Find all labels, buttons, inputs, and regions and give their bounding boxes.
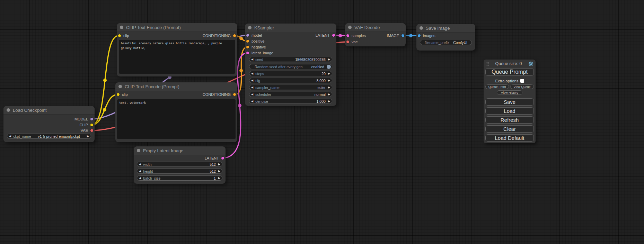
decrement-arrow-icon[interactable]: ◀ xyxy=(251,86,253,89)
batch-size-widget[interactable]: ◀ batch_size 1 ▶ xyxy=(137,175,222,181)
decrement-arrow-icon[interactable]: ◀ xyxy=(139,170,141,173)
link-midpoint-dot[interactable] xyxy=(239,69,243,72)
node-empty-latent-image[interactable]: Empty Latent Image LATENT ◀ width 512 ▶ … xyxy=(134,146,226,184)
output-slot-conditioning[interactable]: CONDITIONING xyxy=(203,92,237,97)
scheduler-widget[interactable]: ◀ scheduler normal ▶ xyxy=(249,92,332,97)
toggle-knob-icon[interactable] xyxy=(327,65,331,69)
input-slot-samples[interactable]: samples xyxy=(345,33,366,38)
collapse-dot-icon[interactable] xyxy=(137,149,140,152)
input-slot-model[interactable]: model xyxy=(245,33,262,38)
increment-arrow-icon[interactable]: ▶ xyxy=(218,163,220,166)
conditioning-port-icon[interactable] xyxy=(233,34,236,37)
increment-arrow-icon[interactable]: ▶ xyxy=(87,135,89,138)
clip-port-icon[interactable] xyxy=(118,34,121,37)
node-header[interactable]: KSampler xyxy=(245,24,336,32)
width-widget[interactable]: ◀ width 512 ▶ xyxy=(137,162,222,167)
ckpt-name-widget[interactable]: ◀ ckpt_name v1-5-pruned-emaonly.ckpt ▶ xyxy=(7,134,91,139)
load-button[interactable]: Load xyxy=(485,107,534,115)
latent-port-icon[interactable] xyxy=(246,51,249,55)
refresh-button[interactable]: Refresh xyxy=(485,116,534,124)
input-slot-images[interactable]: images xyxy=(416,33,435,38)
extra-options-checkbox[interactable] xyxy=(520,79,524,83)
steps-widget[interactable]: ◀ steps 20 ▶ xyxy=(249,71,332,76)
input-slot-clip[interactable]: clip xyxy=(115,92,128,97)
node-header[interactable]: CLIP Text Encode (Prompt) xyxy=(117,23,237,32)
node-clip-text-encode-negative[interactable]: CLIP Text Encode (Prompt) clip CONDITION… xyxy=(115,82,237,142)
latent-port-icon[interactable] xyxy=(332,34,335,37)
collapse-dot-icon[interactable] xyxy=(420,26,423,30)
save-button[interactable]: Save xyxy=(485,98,534,106)
denoise-widget[interactable]: ◀ denoise 1.000 ▶ xyxy=(249,99,332,104)
latent-port-icon[interactable] xyxy=(346,34,350,37)
conditioning-port-icon[interactable] xyxy=(246,39,249,43)
increment-arrow-icon[interactable]: ▶ xyxy=(328,93,330,96)
node-clip-text-encode-positive[interactable]: CLIP Text Encode (Prompt) clip CONDITION… xyxy=(117,23,237,76)
input-slot-clip[interactable]: clip xyxy=(117,33,129,38)
increment-arrow-icon[interactable]: ▶ xyxy=(328,58,330,61)
vae-port-icon[interactable] xyxy=(346,40,350,44)
input-slot-vae[interactable]: vae xyxy=(345,39,358,45)
node-header[interactable]: CLIP Text Encode (Prompt) xyxy=(115,82,237,91)
cfg-widget[interactable]: ◀ cfg 8.000 ▶ xyxy=(249,78,332,83)
collapse-dot-icon[interactable] xyxy=(248,26,252,29)
link-midpoint-dot[interactable] xyxy=(103,79,107,82)
conditioning-port-icon[interactable] xyxy=(233,93,236,96)
height-widget[interactable]: ◀ height 512 ▶ xyxy=(137,169,222,174)
output-slot-conditioning[interactable]: CONDITIONING xyxy=(203,33,237,38)
model-port-icon[interactable] xyxy=(246,34,249,37)
view-queue-button[interactable]: View Queue xyxy=(510,84,534,89)
random-seed-toggle-widget[interactable]: Random seed after every gen enabled xyxy=(249,64,332,69)
prompt-textarea[interactable]: text, watermark xyxy=(117,99,236,139)
decrement-arrow-icon[interactable]: ◀ xyxy=(251,58,253,61)
increment-arrow-icon[interactable]: ▶ xyxy=(328,72,330,75)
view-history-button[interactable]: View History xyxy=(497,90,522,95)
decrement-arrow-icon[interactable]: ◀ xyxy=(139,163,141,166)
model-port-icon[interactable] xyxy=(90,117,94,121)
output-slot-vae[interactable]: VAE xyxy=(81,128,95,133)
clear-button[interactable]: Clear xyxy=(485,125,534,133)
load-default-button[interactable]: Load Default xyxy=(485,134,534,142)
clip-port-icon[interactable] xyxy=(90,123,94,127)
node-header[interactable]: Save Image xyxy=(416,24,475,33)
output-slot-model[interactable]: MODEL xyxy=(74,116,95,122)
node-save-image[interactable]: Save Image images filename_prefix ComfyU… xyxy=(416,24,475,51)
image-port-icon[interactable] xyxy=(417,34,421,37)
seed-widget[interactable]: ◀ seed 156680208700286 ▶ xyxy=(249,57,332,62)
conditioning-port-icon[interactable] xyxy=(246,45,249,49)
link-midpoint-dot[interactable] xyxy=(409,34,413,37)
clip-port-icon[interactable] xyxy=(116,93,120,96)
decrement-arrow-icon[interactable]: ◀ xyxy=(9,135,11,138)
node-graph-canvas[interactable]: Load Checkpoint MODEL CLIP VAE ◀ ckpt_na… xyxy=(0,0,644,244)
sampler-name-widget[interactable]: ◀ sampler_name euler ▶ xyxy=(249,85,332,90)
decrement-arrow-icon[interactable]: ◀ xyxy=(251,100,253,103)
input-slot-negative[interactable]: negative xyxy=(245,44,266,50)
collapse-dot-icon[interactable] xyxy=(118,85,122,88)
increment-arrow-icon[interactable]: ▶ xyxy=(218,177,220,180)
increment-arrow-icon[interactable]: ▶ xyxy=(328,86,330,89)
decrement-arrow-icon[interactable]: ◀ xyxy=(139,177,141,180)
node-load-checkpoint[interactable]: Load Checkpoint MODEL CLIP VAE ◀ ckpt_na… xyxy=(3,106,95,142)
queue-prompt-button[interactable]: Queue Prompt xyxy=(485,68,534,76)
image-port-icon[interactable] xyxy=(401,34,405,37)
node-header[interactable]: Load Checkpoint xyxy=(3,106,95,115)
node-header[interactable]: Empty Latent Image xyxy=(134,146,226,155)
increment-arrow-icon[interactable]: ▶ xyxy=(328,100,330,103)
latent-port-icon[interactable] xyxy=(221,156,224,160)
prompt-textarea[interactable]: beautiful scenery nature glass bottle la… xyxy=(119,40,235,74)
collapse-dot-icon[interactable] xyxy=(348,26,352,29)
decrement-arrow-icon[interactable]: ◀ xyxy=(251,72,253,75)
collapse-dot-icon[interactable] xyxy=(7,108,10,112)
link-midpoint-dot[interactable] xyxy=(338,34,342,37)
node-header[interactable]: VAE Decode xyxy=(345,23,406,32)
decrement-arrow-icon[interactable]: ◀ xyxy=(251,79,253,82)
input-slot-positive[interactable]: positive xyxy=(245,38,264,44)
filename-prefix-widget[interactable]: filename_prefix ComfyUI xyxy=(420,40,472,45)
increment-arrow-icon[interactable]: ▶ xyxy=(328,79,330,82)
output-slot-clip[interactable]: CLIP xyxy=(80,122,95,128)
output-slot-latent[interactable]: LATENT xyxy=(205,155,226,161)
queue-front-button[interactable]: Queue Front xyxy=(485,84,509,89)
link-midpoint-dot[interactable] xyxy=(238,104,241,107)
collapse-dot-icon[interactable] xyxy=(120,26,123,29)
link-midpoint-dot[interactable] xyxy=(103,108,106,111)
output-slot-image[interactable]: IMAGE xyxy=(387,33,406,38)
